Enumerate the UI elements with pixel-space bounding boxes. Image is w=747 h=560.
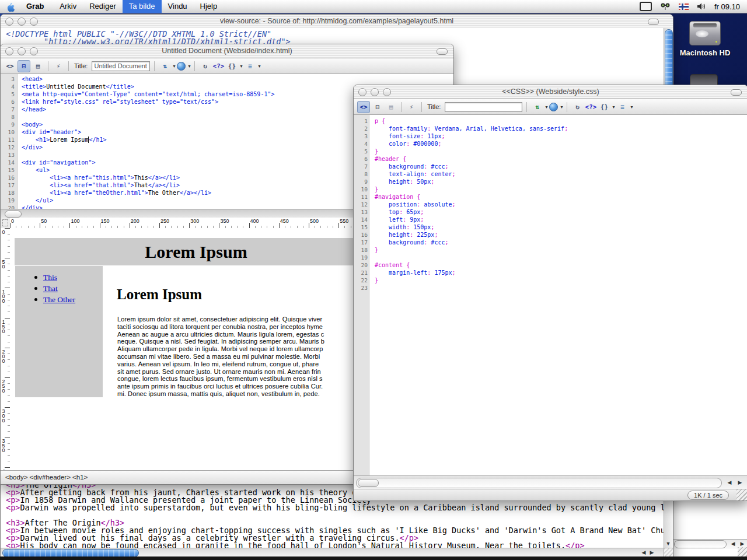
code-line: 11#navigation { bbox=[354, 193, 747, 201]
code-navigation-button[interactable]: {} bbox=[226, 61, 238, 72]
menubar-clock[interactable]: fr 09.10 bbox=[714, 2, 740, 11]
menu-vindu[interactable]: Vindu bbox=[162, 0, 194, 13]
titlebar-widget[interactable] bbox=[437, 48, 448, 55]
file-management-button[interactable]: ⇅ bbox=[159, 61, 170, 72]
menu-arkiv[interactable]: Arkiv bbox=[53, 0, 83, 13]
ruler-origin-box[interactable] bbox=[1, 218, 11, 229]
displays-menu-icon[interactable] bbox=[640, 2, 652, 11]
document-title-input[interactable] bbox=[445, 102, 522, 112]
minimize-button[interactable] bbox=[371, 88, 379, 96]
menu-ta-bilde[interactable]: Ta bilde bbox=[123, 0, 162, 13]
titlebar-widget[interactable] bbox=[731, 89, 742, 96]
code-view-button[interactable]: <> bbox=[4, 61, 16, 72]
scroll-down-arrow[interactable]: ▼ bbox=[664, 540, 672, 548]
macintosh-hd-icon[interactable]: Macintosh HD bbox=[676, 21, 734, 57]
index-titlebar[interactable]: Untitled Document (Webside/index.html) bbox=[1, 44, 453, 58]
code-line: 9 height: 50px; bbox=[354, 178, 747, 186]
resize-grip[interactable] bbox=[738, 547, 747, 557]
apple-menu[interactable] bbox=[0, 2, 20, 12]
close-button[interactable] bbox=[358, 88, 366, 96]
code-line: 16 height: 225px; bbox=[354, 231, 747, 239]
design-nav-item: That bbox=[15, 283, 103, 294]
scroll-thumb[interactable] bbox=[358, 479, 379, 487]
scroll-left-arrow[interactable]: ◀ bbox=[640, 548, 648, 557]
titlebar-widget[interactable] bbox=[648, 19, 659, 25]
css-code-editor[interactable]: 1p {2 font-family: Verdana, Arial, Helve… bbox=[354, 115, 747, 476]
window-title: Untitled Document (Webside/index.html) bbox=[41, 44, 413, 58]
code-line: 3 font-size: 11px; bbox=[354, 132, 747, 140]
design-nav-link[interactable]: This bbox=[43, 273, 57, 282]
ruler-number: 500 bbox=[310, 218, 319, 224]
design-view-button[interactable]: ▤ bbox=[385, 102, 397, 113]
resize-grip[interactable] bbox=[736, 489, 747, 501]
paragraph-line: taciti sociosqu ad litora torquent per c… bbox=[117, 323, 324, 331]
line-number: 20 bbox=[1, 204, 18, 209]
partial-disk-icon[interactable] bbox=[690, 74, 718, 85]
code-view-button[interactable]: <> bbox=[357, 101, 370, 113]
code-line: 7 background: #ccc; bbox=[354, 163, 747, 170]
refresh-button[interactable]: ↻ bbox=[199, 61, 211, 72]
scroll-left-arrow[interactable]: ◀ bbox=[729, 540, 737, 548]
scroll-left-arrow[interactable]: ◀ bbox=[725, 478, 734, 487]
view-source-titlebar[interactable]: view-source: - Source of: http://htmldog… bbox=[1, 15, 673, 29]
reference-button[interactable]: <?> bbox=[212, 61, 224, 72]
scroll-right-arrow[interactable]: ▶ bbox=[648, 548, 656, 557]
live-code-button[interactable]: ⚡ bbox=[406, 102, 417, 113]
view-options-button[interactable]: ≡ bbox=[244, 61, 256, 72]
minimize-button[interactable] bbox=[18, 18, 26, 26]
minimize-button[interactable] bbox=[18, 47, 26, 55]
norwegian-flag-icon[interactable] bbox=[679, 4, 689, 10]
ruler-number: 150 bbox=[1, 319, 6, 333]
close-button[interactable] bbox=[5, 18, 13, 26]
zoom-button[interactable] bbox=[383, 88, 391, 96]
menu-rediger[interactable]: Rediger bbox=[83, 0, 123, 13]
line-number: 13 bbox=[1, 151, 18, 159]
code-scroll-thumb[interactable] bbox=[5, 211, 22, 218]
menu-grab[interactable]: Grab bbox=[20, 0, 53, 13]
line-number: 15 bbox=[354, 223, 371, 231]
horizontal-scrollbar[interactable]: ◀ ▶ bbox=[354, 475, 747, 489]
code-line: 6#header { bbox=[354, 155, 747, 163]
resize-grip[interactable] bbox=[664, 548, 673, 557]
ruler-number: 100 bbox=[1, 289, 6, 303]
binoculars-icon[interactable] bbox=[660, 2, 671, 10]
menu-hjelp[interactable]: Hjelp bbox=[194, 0, 224, 13]
horizontal-scroll-thumb[interactable] bbox=[2, 549, 139, 557]
close-button[interactable] bbox=[5, 47, 13, 55]
code-line: 17 background: #ccc; bbox=[354, 239, 747, 246]
scroll-right-arrow[interactable]: ▶ bbox=[736, 478, 744, 487]
scroll-track[interactable] bbox=[356, 478, 722, 488]
line-number: 21 bbox=[354, 269, 371, 276]
css-document-window: <<CSS>> (Webside/style.css) <> ⊟ ▤ ⚡ Tit… bbox=[353, 85, 747, 501]
split-view-button[interactable]: ⊟ bbox=[18, 60, 30, 72]
volume-icon[interactable] bbox=[697, 2, 706, 10]
ruler-number: 400 bbox=[250, 218, 259, 224]
zoom-button[interactable] bbox=[30, 18, 38, 26]
horizontal-scrollbar[interactable]: ◀ ▶ bbox=[1, 548, 664, 557]
design-nav-link[interactable]: That bbox=[43, 284, 58, 293]
preview-globe-button[interactable] bbox=[549, 103, 558, 111]
zoom-button[interactable] bbox=[30, 47, 38, 55]
dropdown-arrow-icon: ▾ bbox=[630, 104, 633, 110]
css-titlebar[interactable]: <<CSS>> (Webside/style.css) bbox=[354, 85, 747, 99]
ruler-number: 250 bbox=[1, 379, 6, 393]
code-navigation-button[interactable]: {} bbox=[598, 102, 610, 113]
bg-horizontal-scrollbar[interactable]: ◀ ▶ bbox=[672, 539, 747, 549]
split-view-button[interactable]: ⊟ bbox=[372, 102, 383, 113]
background-window: ◀ ▶ bbox=[671, 499, 747, 557]
ruler-number: 200 bbox=[1, 349, 6, 363]
code-line: 10} bbox=[354, 186, 747, 193]
refresh-button[interactable]: ↻ bbox=[571, 102, 583, 113]
line-number: 3 bbox=[1, 75, 18, 83]
preview-globe-button[interactable] bbox=[177, 62, 186, 71]
file-management-button[interactable]: ⇅ bbox=[531, 102, 543, 113]
design-nav-link[interactable]: The Other bbox=[43, 295, 75, 304]
ruler-number: 350 bbox=[1, 438, 6, 452]
paragraph-line: Lorem ipsum dolor sit amet, consectetuer… bbox=[117, 316, 324, 323]
document-title-input[interactable] bbox=[92, 61, 150, 71]
design-view-button[interactable]: ▤ bbox=[32, 61, 44, 72]
live-code-button[interactable]: ⚡ bbox=[53, 61, 64, 72]
reference-button[interactable]: <?> bbox=[585, 102, 596, 113]
ruler-number: 350 bbox=[220, 218, 229, 224]
view-options-button[interactable]: ≡ bbox=[616, 102, 628, 113]
